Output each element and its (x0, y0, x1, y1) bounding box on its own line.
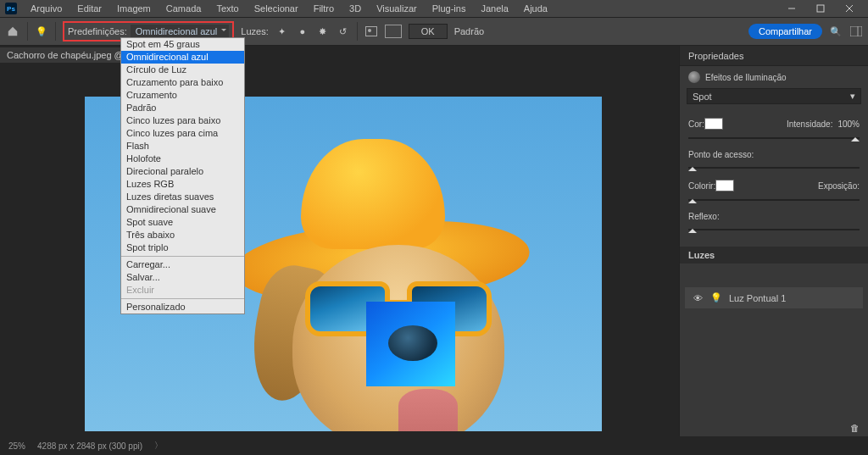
preset-option[interactable]: Spot suave (121, 216, 244, 229)
preset-option[interactable]: Omnidirecional azul (121, 51, 244, 64)
preset-action[interactable]: Salvar... (121, 271, 244, 284)
menu-file[interactable]: Arquivo (24, 2, 69, 15)
preset-action: Excluir (121, 284, 244, 297)
menu-plugins[interactable]: Plug-ins (426, 2, 473, 15)
maximize-button[interactable] (807, 0, 834, 17)
visibility-icon[interactable]: 👁 (693, 293, 704, 303)
lighting-effects-icon (688, 71, 700, 83)
document-dimensions: 4288 px x 2848 px (300 ppi) (37, 441, 142, 451)
menu-filter[interactable]: Filtro (307, 2, 341, 15)
menu-window[interactable]: Janela (474, 2, 515, 15)
colorize-label: Colorir: (688, 181, 715, 191)
light-type-value: Spot (693, 92, 712, 102)
preset-option[interactable]: Spot em 45 graus (121, 38, 244, 51)
preset-option[interactable]: Flash (121, 140, 244, 153)
presets-dropdown[interactable]: Omnidirecional azul (131, 25, 230, 38)
intensity-label: Intensidade: (787, 119, 833, 129)
preset-custom[interactable]: Personalizado (121, 301, 244, 314)
minimize-button[interactable] (778, 0, 805, 17)
menu-image[interactable]: Imagem (110, 2, 158, 15)
light-point-icon[interactable]: ✸ (316, 25, 330, 38)
preset-option[interactable]: Luzes RGB (121, 178, 244, 191)
exposure-slider[interactable] (688, 195, 860, 205)
colorize-swatch[interactable] (715, 180, 734, 191)
menu-layer[interactable]: Camada (159, 2, 209, 15)
tongue-illustration (398, 389, 458, 431)
menu-view[interactable]: Visualizar (370, 2, 424, 15)
add-light-icon[interactable]: ✦ (275, 25, 289, 38)
exposure-label: Exposição: (818, 181, 860, 191)
presets-label: Predefinições: (68, 26, 127, 36)
preset-option[interactable]: Círculo de Luz (121, 64, 244, 76)
menu-text[interactable]: Texto (209, 2, 245, 15)
properties-panel: Propriedades Efeitos de Iluminação Spot … (679, 46, 868, 436)
gloss-slider[interactable] (688, 225, 860, 235)
ps-logo-icon: Ps (5, 3, 17, 14)
lights-panel-title[interactable]: Luzes (680, 247, 868, 264)
search-icon[interactable]: 🔍 (829, 25, 843, 38)
light-item-label: Luz Pontual 1 (729, 293, 786, 303)
preset-option[interactable]: Direcional paralelo (121, 165, 244, 178)
hotspot-label: Ponto de acesso: (688, 150, 754, 159)
color-swatch[interactable] (704, 118, 723, 130)
workspace-icon[interactable] (849, 25, 863, 38)
ok-button[interactable]: OK (409, 24, 448, 39)
properties-tab[interactable]: Propriedades (680, 46, 868, 66)
menu-bar: Ps Arquivo Editar Imagem Camada Texto Se… (0, 0, 868, 17)
menu-select[interactable]: Selecionar (248, 2, 305, 15)
preview-icon[interactable] (364, 25, 378, 38)
preset-option[interactable]: Holofote (121, 153, 244, 165)
default-label[interactable]: Padrão (454, 26, 484, 36)
status-bar: 25% 4288 px x 2848 px (300 ppi) 〉 (0, 436, 868, 455)
preset-option[interactable]: Cruzamento para baixo (121, 76, 244, 89)
preset-option[interactable]: Cruzamento (121, 89, 244, 102)
preset-option[interactable]: Três abaixo (121, 229, 244, 241)
hotspot-slider[interactable] (688, 163, 860, 173)
preset-option[interactable]: Spot triplo (121, 241, 244, 254)
color-label: Cor: (688, 119, 704, 129)
light-type-select[interactable]: Spot ▾ (687, 88, 861, 104)
share-button[interactable]: Compartilhar (748, 24, 822, 39)
intensity-slider[interactable] (688, 133, 860, 143)
zoom-level[interactable]: 25% (8, 441, 25, 451)
intensity-value: 100% (837, 119, 860, 129)
properties-subtitle: Efeitos de Iluminação (705, 73, 787, 82)
trash-icon[interactable]: 🗑 (850, 423, 860, 433)
menu-3d[interactable]: 3D (342, 2, 368, 15)
preset-option[interactable]: Omnidirecional suave (121, 203, 244, 216)
chevron-down-icon: ▾ (850, 91, 855, 102)
nose-illustration (388, 325, 437, 361)
preset-action[interactable]: Carregar... (121, 258, 244, 271)
bulb-icon[interactable]: 💡 (35, 25, 48, 38)
presets-dropdown-menu: Spot em 45 grausOmnidirecional azulCírcu… (120, 37, 245, 314)
bulb-small-icon: 💡 (710, 292, 722, 303)
light-spot-icon[interactable]: ● (296, 25, 309, 38)
lights-label: Luzes: (241, 26, 268, 36)
preset-option[interactable]: Luzes diretas suaves (121, 191, 244, 203)
menu-help[interactable]: Ajuda (517, 2, 554, 15)
close-button[interactable] (836, 0, 863, 17)
preset-option[interactable]: Cinco luzes para baixo (121, 114, 244, 127)
menu-edit[interactable]: Editar (70, 2, 108, 15)
home-icon[interactable] (5, 24, 20, 39)
light-list-item[interactable]: 👁 💡 Luz Pontual 1 (685, 287, 863, 308)
workspace: Cachorro de chapéu.jpeg @ 25% × (0, 46, 679, 436)
gloss-label: Reflexo: (688, 212, 720, 221)
status-chevron-icon[interactable]: 〉 (154, 440, 163, 452)
reset-icon[interactable]: ↺ (337, 25, 350, 38)
quality-rect-icon[interactable] (385, 25, 402, 38)
svg-rect-4 (850, 26, 862, 36)
svg-rect-1 (817, 5, 824, 12)
preset-option[interactable]: Padrão (121, 102, 244, 114)
preset-option[interactable]: Cinco luzes para cima (121, 127, 244, 140)
